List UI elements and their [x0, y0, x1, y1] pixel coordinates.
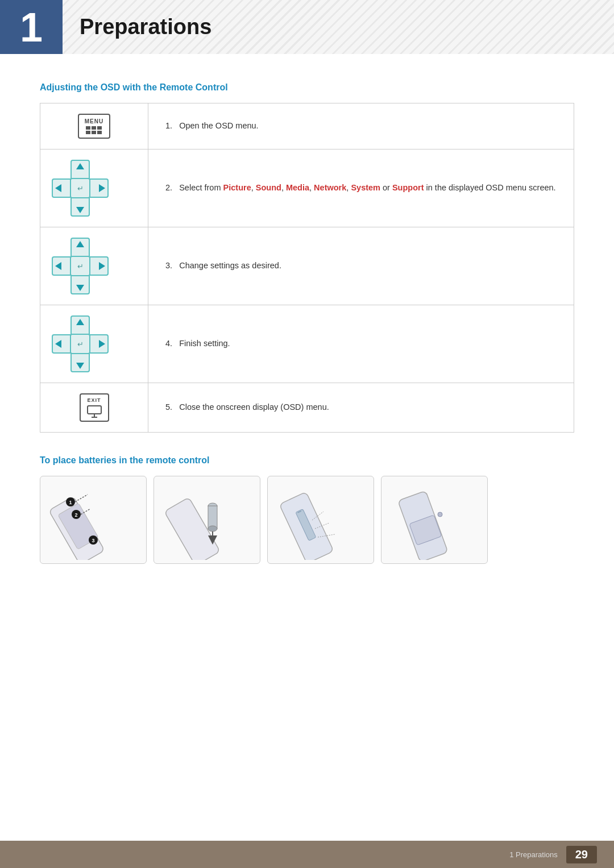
svg-point-26	[438, 512, 442, 517]
chapter-title: Preparations	[80, 15, 211, 39]
arrow-left-icon	[55, 184, 61, 192]
dpad-right-2	[88, 256, 109, 276]
dpad-center-3: ↵	[70, 334, 90, 354]
icon-cell: ↵	[40, 305, 148, 383]
table-row: EXIT 5. Close the onscreen display (OSD)…	[40, 383, 574, 433]
step-cell: 5. Close the onscreen display (OSD) menu…	[148, 383, 574, 433]
arrow-right-icon	[99, 184, 105, 192]
dpad-down	[70, 196, 90, 217]
battery-img-4	[381, 476, 488, 564]
battery-svg-1: 1 2 3	[45, 480, 142, 560]
dpad-icon: ↵	[52, 160, 109, 217]
dpad-center-2: ↵	[70, 256, 90, 276]
chapter-number: 1	[0, 0, 63, 54]
arrow-down-icon-3	[76, 363, 84, 369]
arrow-left-icon-2	[55, 262, 61, 270]
table-row: ↵ 4. Finish setting.	[40, 305, 574, 383]
arrow-up-icon	[76, 163, 84, 169]
table-row: ↵ 2. Select from Picture, Sound, Media, …	[40, 149, 574, 227]
exit-button-icon: EXIT	[80, 393, 109, 422]
arrow-right-icon-2	[99, 262, 105, 270]
svg-text:1: 1	[69, 500, 72, 505]
chapter-header: 1 Preparations	[0, 0, 614, 54]
battery-img-1: 1 2 3	[40, 476, 147, 564]
exit-icon-svg	[86, 405, 102, 418]
step4-text: 4. Finish setting.	[165, 339, 230, 348]
section1-heading: Adjusting the OSD with the Remote Contro…	[40, 82, 574, 93]
dpad-left	[52, 178, 72, 198]
battery-svg-4	[386, 480, 483, 560]
icon-cell: ↵	[40, 227, 148, 305]
main-content: Adjusting the OSD with the Remote Contro…	[0, 82, 614, 609]
dpad-left-2	[52, 256, 72, 276]
dpad-icon-2: ↵	[52, 238, 109, 294]
highlight-system: System	[351, 183, 380, 192]
dpad-left-3	[52, 334, 72, 354]
icon-cell: MENU	[40, 103, 148, 149]
highlight-support: Support	[392, 183, 424, 192]
step5-text: 5. Close the onscreen display (OSD) menu…	[165, 402, 329, 412]
step-cell: 2. Select from Picture, Sound, Media, Ne…	[148, 149, 574, 227]
osd-table: MENU 1. Open the OSD menu.	[40, 103, 574, 433]
highlight-network: Network	[314, 183, 346, 192]
svg-text:3: 3	[92, 538, 94, 543]
dpad-right	[88, 178, 109, 198]
table-row: MENU 1. Open the OSD menu.	[40, 103, 574, 149]
footer-page-number: 29	[566, 846, 597, 863]
dpad-down-2	[70, 274, 90, 294]
battery-images: 1 2 3	[40, 476, 574, 564]
arrow-up-icon-2	[76, 241, 84, 247]
step2-text: 2. Select from Picture, Sound, Media, Ne…	[165, 183, 556, 192]
highlight-sound: Sound	[256, 183, 281, 192]
dpad-icon-3: ↵	[52, 315, 109, 372]
highlight-media: Media	[286, 183, 309, 192]
battery-svg-2	[159, 480, 255, 560]
highlight-picture: Picture	[223, 183, 251, 192]
dpad-up	[70, 160, 90, 180]
dpad-up-2	[70, 238, 90, 258]
icon-cell: EXIT	[40, 383, 148, 433]
battery-section: To place batteries in the remote control…	[40, 455, 574, 564]
table-row: ↵ 3. Change settings as desired.	[40, 227, 574, 305]
footer-section-label: 1 Preparations	[509, 850, 558, 859]
step-cell: 1. Open the OSD menu.	[148, 103, 574, 149]
dpad-center: ↵	[70, 178, 90, 198]
dpad-up-3	[70, 315, 90, 336]
section2-heading: To place batteries in the remote control	[40, 455, 574, 466]
arrow-down-icon-2	[76, 285, 84, 291]
battery-img-2	[154, 476, 260, 564]
menu-button-icon: MENU	[78, 114, 110, 139]
svg-rect-0	[88, 406, 101, 414]
arrow-right-icon-3	[99, 340, 105, 348]
battery-img-3	[267, 476, 374, 564]
step-cell: 3. Change settings as desired.	[148, 227, 574, 305]
dpad-right-3	[88, 334, 109, 354]
dpad-down-3	[70, 352, 90, 372]
arrow-up-icon-3	[76, 319, 84, 325]
svg-rect-15	[208, 506, 217, 529]
svg-point-16	[208, 526, 217, 531]
step3-text: 3. Change settings as desired.	[165, 261, 281, 270]
battery-svg-3	[272, 480, 369, 560]
step-cell: 4. Finish setting.	[148, 305, 574, 383]
icon-cell: ↵	[40, 149, 148, 227]
page-footer: 1 Preparations 29	[0, 841, 614, 868]
svg-text:2: 2	[74, 512, 77, 518]
svg-line-11	[75, 495, 88, 502]
arrow-left-icon-3	[55, 340, 61, 348]
step1-text: 1. Open the OSD menu.	[165, 121, 259, 130]
chapter-header-bg: Preparations	[63, 0, 614, 54]
arrow-down-icon	[76, 207, 84, 213]
